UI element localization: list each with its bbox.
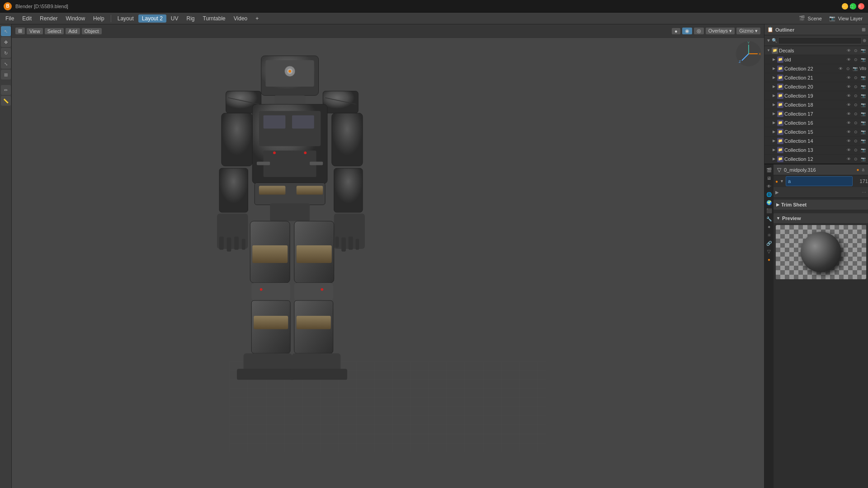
tool-annotate[interactable]: ✏ <box>1 85 11 95</box>
tool-scale[interactable]: ⤡ <box>1 59 11 69</box>
menu-file[interactable]: File <box>2 14 18 23</box>
menu-render[interactable]: Render <box>36 14 61 23</box>
cursor-icon-col12[interactable]: ⊙ <box>853 156 859 162</box>
workspace-turntable[interactable]: Turntable <box>199 14 229 23</box>
cursor-icon-col19[interactable]: ⊙ <box>853 93 859 99</box>
expand-arrow-col17[interactable]: ▶ <box>772 112 776 116</box>
outliner-item-col14[interactable]: ▶ 📁 Collection 14 👁 ⊙ 📷 <box>764 136 868 145</box>
prop-tab-world[interactable]: 🌍 <box>765 199 773 206</box>
eye-icon-col17[interactable]: 👁 <box>845 111 852 117</box>
eye-icon-col18[interactable]: 👁 <box>845 102 852 108</box>
outliner-list[interactable]: ▼ 📁 Decals 👁 ⊙ 📷 ▶ 📁 old 👁 <box>764 46 868 164</box>
filter-icon[interactable]: ⊞ <box>862 27 865 32</box>
prop-tab-scene[interactable]: 🌐 <box>765 191 773 198</box>
outliner-item-col12[interactable]: ▶ 📁 Collection 12 👁 ⊙ 📷 <box>764 155 868 164</box>
trim-sheet-header[interactable]: ▶ Trim Sheet <box>774 200 868 210</box>
material-name-input[interactable] <box>786 176 853 186</box>
expand-arrow-col21[interactable]: ▶ <box>772 75 776 80</box>
expand-arrow-col14[interactable]: ▶ <box>772 139 776 143</box>
workspace-video[interactable]: Video <box>230 14 251 23</box>
prop-tab-object[interactable]: ⬛ <box>765 207 773 214</box>
cursor-icon-col13[interactable]: ⊙ <box>853 147 859 153</box>
eye-icon-col12[interactable]: 👁 <box>845 156 852 162</box>
render-icon[interactable]: 📷 <box>860 47 866 54</box>
outliner-item-decals[interactable]: ▼ 📁 Decals 👁 ⊙ 📷 <box>764 46 868 55</box>
prop-tab-data[interactable]: ▽ <box>765 248 773 255</box>
cursor-icon-old[interactable]: ⊙ <box>853 56 859 63</box>
render-icon-col14[interactable]: 📷 <box>860 138 866 144</box>
render-icon-col12[interactable]: 📷 <box>860 156 866 162</box>
prop-tab-constraints[interactable]: 🔗 <box>765 239 773 247</box>
render-icon-col19[interactable]: 📷 <box>860 93 866 99</box>
workspace-layout2[interactable]: Layout 2 <box>138 14 166 23</box>
cursor-icon-col14[interactable]: ⊙ <box>853 138 859 144</box>
outliner-item-col22[interactable]: ▶ 📁 Collection 22 👁 ⊙ 📷 Ⅶ9 <box>764 64 868 73</box>
render-icon-col16[interactable]: 📷 <box>860 120 866 126</box>
expand-arrow-col20[interactable]: ▶ <box>772 84 776 89</box>
tool-measure[interactable]: 📏 <box>1 96 11 106</box>
cursor-icon-col18[interactable]: ⊙ <box>853 102 859 108</box>
cursor-icon-col20[interactable]: ⊙ <box>853 84 859 90</box>
tool-cursor[interactable]: ↖ <box>1 26 11 36</box>
prop-tab-material[interactable]: ● <box>765 256 773 263</box>
eye-icon-col19[interactable]: 👁 <box>845 93 852 99</box>
workspace-add[interactable]: + <box>252 14 262 23</box>
filter-btn[interactable]: ▼ <box>766 38 771 43</box>
cursor-icon-col17[interactable]: ⊙ <box>853 111 859 117</box>
render-icon-col17[interactable]: 📷 <box>860 111 866 117</box>
prop-tab-modifier[interactable]: 🔧 <box>765 215 773 222</box>
menu-window[interactable]: Window <box>62 14 89 23</box>
cursor-icon[interactable]: ⊙ <box>853 47 859 54</box>
play-icon[interactable]: ▶ <box>775 190 779 195</box>
render-icon-col21[interactable]: 📷 <box>860 75 866 81</box>
expand-arrow-col15[interactable]: ▶ <box>772 130 776 134</box>
render-icon-col22[interactable]: 📷 <box>852 66 859 72</box>
expand-arrow[interactable]: ▼ <box>766 48 771 53</box>
cursor-icon-col21[interactable]: ⊙ <box>853 75 859 81</box>
eye-icon-old[interactable]: 👁 <box>845 56 852 63</box>
tool-move[interactable]: ✥ <box>1 37 11 47</box>
expand-arrow-col16[interactable]: ▶ <box>772 121 776 125</box>
expand-arrow-col22[interactable]: ▶ <box>772 66 776 71</box>
cursor-icon-col15[interactable]: ⊙ <box>853 129 859 135</box>
viewport-3d[interactable]: ⊞ View Select Add Object ● ◉ ◎ Overlays … <box>12 24 764 488</box>
eye-icon-col16[interactable]: 👁 <box>845 120 852 126</box>
eye-icon-col20[interactable]: 👁 <box>845 84 852 90</box>
outliner-item-col15[interactable]: ▶ 📁 Collection 15 👁 ⊙ 📷 <box>764 127 868 136</box>
render-icon-old[interactable]: 📷 <box>860 56 866 63</box>
expand-arrow-col13[interactable]: ▶ <box>772 148 776 152</box>
outliner-item-col17[interactable]: ▶ 📁 Collection 17 👁 ⊙ 📷 <box>764 109 868 118</box>
expand-arrow-col18[interactable]: ▶ <box>772 103 776 107</box>
render-icon-col13[interactable]: 📷 <box>860 147 866 153</box>
expand-arrow-col19[interactable]: ▶ <box>772 94 776 98</box>
render-icon-col20[interactable]: 📷 <box>860 84 866 90</box>
maximize-button[interactable]: □ <box>850 3 856 9</box>
render-icon-col15[interactable]: 📷 <box>860 129 866 135</box>
filter-options-icon[interactable]: ⊕ <box>863 38 866 43</box>
prop-tab-particles[interactable]: ✦ <box>765 223 773 230</box>
eye-icon[interactable]: 👁 <box>845 47 852 54</box>
workspace-layout[interactable]: Layout <box>114 14 137 23</box>
workspace-uv[interactable]: UV <box>167 14 182 23</box>
prop-tab-output[interactable]: 🖥 <box>765 174 773 182</box>
cursor-icon-col22[interactable]: ⊙ <box>845 66 851 72</box>
prop-tab-physics[interactable]: ⚛ <box>765 231 773 239</box>
outliner-item-col16[interactable]: ▶ 📁 Collection 16 👁 ⊙ 📷 <box>764 118 868 127</box>
expand-arrow-col12[interactable]: ▶ <box>772 157 776 161</box>
workspace-rig[interactable]: Rig <box>183 14 198 23</box>
eye-icon-col21[interactable]: 👁 <box>845 75 852 81</box>
dots-icon[interactable]: ⋯ <box>862 190 866 195</box>
outliner-item-col18[interactable]: ▶ 📁 Collection 18 👁 ⊙ 📷 <box>764 100 868 109</box>
prop-tab-view[interactable]: 👁 <box>765 183 773 190</box>
outliner-item-col21[interactable]: ▶ 📁 Collection 21 👁 ⊙ 📷 <box>764 73 868 82</box>
tool-rotate[interactable]: ↻ <box>1 48 11 58</box>
prop-tab-render[interactable]: 🎬 <box>765 166 773 174</box>
cursor-icon-col16[interactable]: ⊙ <box>853 120 859 126</box>
menu-edit[interactable]: Edit <box>19 14 35 23</box>
outliner-item-col19[interactable]: ▶ 📁 Collection 19 👁 ⊙ 📷 <box>764 91 868 100</box>
navigation-gizmo[interactable]: X Y Z <box>735 40 762 67</box>
expand-arrow-old[interactable]: ▶ <box>772 57 776 62</box>
close-button[interactable]: × <box>858 3 864 9</box>
outliner-item-col20[interactable]: ▶ 📁 Collection 20 👁 ⊙ 📷 <box>764 82 868 91</box>
minimize-button[interactable]: − <box>842 3 848 9</box>
